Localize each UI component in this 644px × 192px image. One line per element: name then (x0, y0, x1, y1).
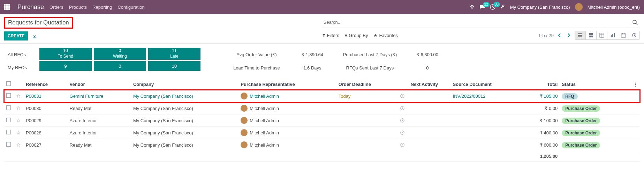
source-link[interactable]: INV/2022/00012 (453, 94, 486, 99)
col-reference[interactable]: Reference (24, 79, 68, 90)
star-icon[interactable]: ☆ (16, 142, 21, 148)
favorites-button[interactable]: ★Favorites (373, 33, 397, 38)
company-link[interactable]: My Company (San Francisco) (133, 142, 193, 148)
graph-view-icon[interactable] (607, 31, 618, 39)
filter-my-rfqs[interactable]: My RFQs (8, 65, 27, 70)
dash-card-top[interactable]: 0Waiting (94, 48, 146, 60)
star-icon[interactable]: ☆ (16, 93, 21, 99)
total-text: ₹ 600.00 (540, 142, 558, 148)
rep-link[interactable]: Mitchell Admin (250, 94, 279, 99)
control-panel: Requests for Quotation CREATE Filters ≡G… (0, 14, 644, 44)
table-row[interactable]: ☆P00030Ready MatMy Company (San Francisc… (4, 102, 640, 115)
rep-link[interactable]: Mitchell Admin (250, 106, 279, 111)
rep-link[interactable]: Mitchell Admin (250, 130, 279, 135)
table-row[interactable]: ☆P00031Gemini FurnitureMy Company (San F… (4, 90, 640, 102)
dash-card-bottom[interactable]: 9 (39, 61, 92, 71)
reference-link[interactable]: P00028 (26, 130, 41, 135)
activity-icon[interactable] (400, 118, 448, 123)
row-checkbox[interactable] (6, 105, 11, 110)
col-vendor[interactable]: Vendor (68, 79, 131, 90)
wrench-icon[interactable] (500, 5, 505, 9)
table-row[interactable]: ☆P00028Azure InteriorMy Company (San Fra… (4, 127, 640, 139)
filters-button[interactable]: Filters (322, 33, 339, 38)
company-link[interactable]: My Company (San Francisco) (133, 94, 193, 99)
rep-avatar (241, 129, 248, 136)
filter-all-rfqs[interactable]: All RFQs (8, 52, 27, 57)
activity-icon[interactable] (400, 142, 448, 147)
vendor-link[interactable]: Azure Interior (70, 130, 97, 135)
search-icon[interactable] (630, 20, 640, 25)
company-link[interactable]: My Company (San Francisco) (133, 130, 193, 135)
col-deadline[interactable]: Order Deadline (336, 79, 398, 90)
reference-link[interactable]: P00030 (26, 106, 41, 111)
list-view-icon[interactable] (575, 31, 586, 39)
activities-badge: 38 (493, 2, 500, 7)
pager-next-icon[interactable] (566, 32, 572, 39)
svg-rect-5 (589, 33, 591, 35)
col-rep[interactable]: Purchase Representative (238, 79, 336, 90)
pivot-view-icon[interactable] (597, 31, 607, 39)
row-checkbox[interactable] (6, 130, 11, 134)
vendor-link[interactable]: Ready Mat (70, 142, 92, 148)
activity-icon[interactable] (400, 106, 448, 111)
star-icon[interactable]: ☆ (16, 105, 21, 111)
col-company[interactable]: Company (131, 79, 238, 90)
rep-link[interactable]: Mitchell Admin (250, 142, 279, 148)
user-name[interactable]: Mitchell Admin (odoo_ent) (588, 5, 640, 10)
total-text: ₹ 100.00 (540, 118, 558, 123)
nav-products[interactable]: Products (69, 5, 87, 10)
col-total[interactable]: Total (523, 79, 560, 90)
vendor-link[interactable]: Ready Mat (70, 106, 92, 111)
options-icon[interactable]: ⋮ (633, 82, 638, 87)
company-selector[interactable]: My Company (San Francisco) (510, 5, 570, 10)
create-button[interactable]: CREATE (4, 31, 28, 40)
status-badge: Purchase Order (562, 130, 600, 136)
kanban-view-icon[interactable] (586, 31, 597, 39)
pager-prev-icon[interactable] (556, 32, 563, 39)
search-input[interactable] (322, 17, 630, 28)
company-link[interactable]: My Company (San Francisco) (133, 118, 193, 123)
nav-orders[interactable]: Orders (50, 5, 63, 10)
dash-card-top[interactable]: 11Late (148, 48, 200, 60)
reference-link[interactable]: P00029 (26, 118, 41, 123)
row-checkbox[interactable] (6, 142, 11, 147)
star-icon[interactable]: ☆ (16, 130, 21, 135)
messages-icon[interactable]: 22 (479, 4, 485, 10)
col-source[interactable]: Source Document (451, 79, 523, 90)
app-title[interactable]: Purchase (17, 3, 44, 11)
col-activity[interactable]: Next Activity (398, 79, 450, 90)
dash-card-bottom[interactable]: 10 (148, 61, 200, 71)
apps-icon[interactable] (4, 4, 10, 10)
company-link[interactable]: My Company (San Francisco) (133, 106, 193, 111)
group-by-button[interactable]: ≡Group By (345, 33, 368, 38)
calendar-view-icon[interactable] (618, 31, 629, 39)
activity-icon[interactable] (400, 94, 448, 98)
nav-reporting[interactable]: Reporting (92, 5, 112, 10)
rep-avatar (241, 117, 248, 124)
debug-icon[interactable] (470, 5, 475, 9)
activity-icon[interactable] (400, 130, 448, 135)
dash-card-bottom[interactable]: 0 (94, 61, 146, 71)
col-status[interactable]: Status (560, 79, 631, 90)
stat-avg-value: ₹ 1,890.64 (286, 50, 339, 59)
nav-configuration[interactable]: Configuration (118, 5, 144, 10)
svg-point-1 (633, 20, 636, 24)
star-icon[interactable]: ☆ (16, 117, 21, 123)
rep-link[interactable]: Mitchell Admin (250, 118, 279, 123)
download-icon[interactable] (32, 34, 37, 38)
reference-link[interactable]: P00027 (26, 142, 41, 148)
user-avatar[interactable] (575, 3, 583, 11)
svg-rect-13 (621, 34, 626, 38)
row-checkbox[interactable] (6, 118, 11, 122)
table-row[interactable]: ☆P00027Ready MatMy Company (San Francisc… (4, 139, 640, 151)
reference-link[interactable]: P00031 (26, 94, 41, 99)
dash-card-top[interactable]: 10To Send (39, 48, 92, 60)
row-checkbox[interactable] (6, 93, 11, 98)
vendor-link[interactable]: Azure Interior (70, 118, 97, 123)
table-row[interactable]: ☆P00029Azure InteriorMy Company (San Fra… (4, 115, 640, 127)
pager-text[interactable]: 1-5 / 29 (538, 33, 554, 38)
vendor-link[interactable]: Gemini Furniture (70, 94, 104, 99)
select-all-checkbox[interactable] (6, 81, 11, 86)
activities-icon[interactable]: 38 (490, 4, 495, 10)
activity-view-icon[interactable] (629, 31, 639, 39)
